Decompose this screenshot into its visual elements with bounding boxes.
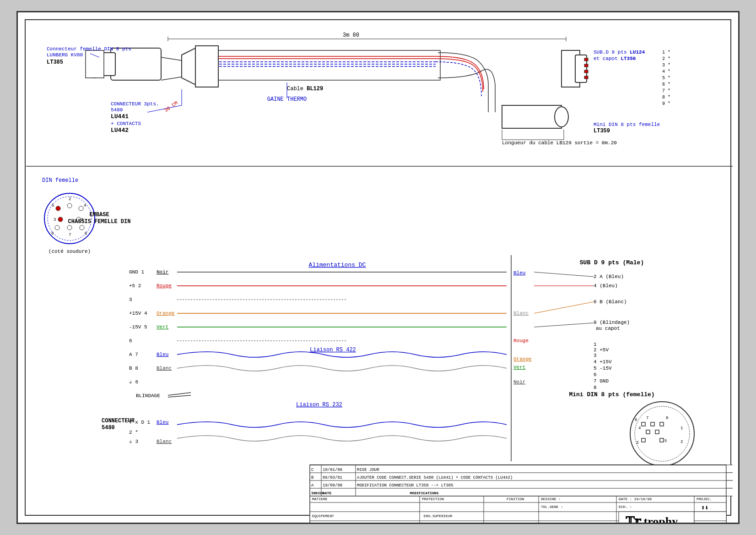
r6: 6 <box>594 372 597 377</box>
svg-rect-93 <box>726 488 733 496</box>
date-title-label: DATE : 19/10/98 <box>619 497 652 501</box>
sub-2a: 2 A (Bleu) <box>594 274 624 279</box>
svg-rect-91 <box>726 473 733 480</box>
pin1-label: 1 * <box>662 50 670 55</box>
bleu-txd: Bleu <box>157 420 168 425</box>
rev-c-date: 18/01/06 <box>323 468 342 472</box>
arrow-icon: ⬆⬇ <box>701 506 708 511</box>
r8: 8 <box>594 385 597 390</box>
rev-c-index: C <box>311 468 314 472</box>
svg-point-39 <box>79 206 83 211</box>
top-diagram: Connecteur femelle DIN 8 pts LUNBERG KV8… <box>26 21 733 167</box>
svg-rect-61 <box>651 422 654 426</box>
pin2-txd: 2 * <box>129 430 138 435</box>
sub-d-male-title: SUB D 9 pts (Male) <box>580 259 644 266</box>
orange-label: Orange <box>157 311 175 316</box>
protection-label: PROTECTION <box>422 497 444 501</box>
p5v-label: +5 2 <box>129 283 141 289</box>
mdin-6: 6 <box>635 418 637 422</box>
mdin-1: 1 <box>680 426 683 431</box>
rev-b-text: AJOUTER CODE CONNECT.SERIE 5480 (LU441) … <box>357 475 513 480</box>
alimentations-title: Alimentations DC <box>309 262 366 268</box>
p6-label: 6 <box>129 338 132 344</box>
rev-b-index: B <box>311 475 314 480</box>
blindage-label: BLINDAGE <box>136 393 160 399</box>
p3-label: 3 <box>129 297 132 302</box>
svg-point-37 <box>56 206 60 211</box>
svg-rect-6 <box>86 50 104 78</box>
mini-din-female-title: Mini DIN 8 pts (femelle) <box>569 391 654 398</box>
din-pin2: 2 <box>69 197 71 202</box>
rev-c-text: MISE JOUR <box>357 468 379 472</box>
svg-rect-30 <box>502 105 562 128</box>
m15v-label: -15V 5 <box>129 324 147 330</box>
pin4-label: 4 * <box>662 69 670 74</box>
noir-label: Noir <box>157 269 168 275</box>
gnd6-label: ⏚ 6 <box>129 379 138 385</box>
rouge-right: Rouge <box>513 338 529 344</box>
matiere-label: MATIERE <box>312 497 328 501</box>
rev-a-index: A <box>311 483 314 488</box>
mdin-3: 3 <box>636 441 638 445</box>
r3: 3 <box>594 353 597 358</box>
svg-line-46 <box>168 395 191 397</box>
trophy-logo: 𝕋𝕣 trophy <box>626 515 678 524</box>
pin3-label: 3 * <box>662 63 670 68</box>
r7-gnd: 7 GND <box>594 378 609 384</box>
din-pin6: 6 <box>85 231 87 236</box>
mdin-4: 4 <box>638 426 641 431</box>
svg-rect-28 <box>584 70 588 73</box>
svg-rect-62 <box>660 422 664 426</box>
measure-30cm-label: 30 CM <box>163 100 179 114</box>
modifications-header: MODIFICATIONS <box>410 491 439 495</box>
liaison-rs232-title: Liaison RS 232 <box>296 402 342 408</box>
svg-point-44 <box>80 225 84 230</box>
svg-rect-63 <box>646 430 650 434</box>
longueur-label: Longueur du cable LB129 sortie = 0m.20 <box>502 140 617 146</box>
bottom-diagram: DIN femelle 5 2 4 3 1 7 8 6 EMBASE CHASS… <box>26 168 733 524</box>
pin6-label: 6 * <box>662 82 670 87</box>
svg-rect-64 <box>655 430 659 434</box>
gnd-label: GND 1 <box>129 269 144 275</box>
din-pin8: 8 <box>51 231 54 236</box>
svg-rect-19 <box>195 46 218 87</box>
svg-rect-13 <box>202 50 440 80</box>
blanc-right: Blanc <box>513 311 529 316</box>
et-capot-label: et capot LT356 <box>594 56 636 61</box>
r4-15v: 4 +15V <box>594 359 612 365</box>
blanc-txd: Blanc <box>157 439 172 444</box>
pin9-label: 9 * <box>662 101 670 106</box>
liaison-rs422-title: Liaison RS 422 <box>310 347 356 353</box>
rouge-label: Rouge <box>157 283 172 289</box>
sub-9: 9 (Blindage) <box>594 320 630 325</box>
bleu-right: Bleu <box>513 270 525 276</box>
din-pin7: 7 <box>69 233 71 237</box>
pin3-txd: ⏚ 3 <box>129 439 138 444</box>
lt359-label: LT359 <box>594 128 610 134</box>
vert-label: Vert <box>157 324 168 330</box>
sub-d-label: SUB.D 9 pts LU124 <box>594 49 645 55</box>
svg-rect-1 <box>111 48 161 80</box>
svg-rect-92 <box>726 480 733 488</box>
sub-6b: 6 B (Blanc) <box>594 299 627 305</box>
svg-line-57 <box>534 323 594 327</box>
finition-label: FINITION <box>507 497 524 501</box>
cable-bl129-label: Cable BL129 <box>287 86 323 92</box>
vert-right: Vert <box>513 365 525 370</box>
date-header: DATE <box>323 491 331 495</box>
plus-contacts-label: + CONTACTS <box>111 121 141 126</box>
svg-rect-90 <box>726 465 733 473</box>
ech-label: ECH. : <box>619 505 632 509</box>
svg-rect-60 <box>642 422 645 426</box>
ref-5480-label: 5480 <box>111 107 123 113</box>
bleu-wire-label: Bleu <box>157 352 168 357</box>
cote-soudure-label: (coté soudure) <box>49 249 91 254</box>
pin2-label: 2 * <box>662 56 670 61</box>
pin5-label: 5 * <box>662 76 670 81</box>
svg-point-59 <box>635 406 690 461</box>
rev-b-date: 06/03/01 <box>323 475 342 480</box>
pin7-label: 7 * <box>662 88 670 93</box>
b8-label: B 8 <box>129 366 138 371</box>
pin8-label: 8 * <box>662 95 670 100</box>
svg-line-54 <box>534 272 594 277</box>
